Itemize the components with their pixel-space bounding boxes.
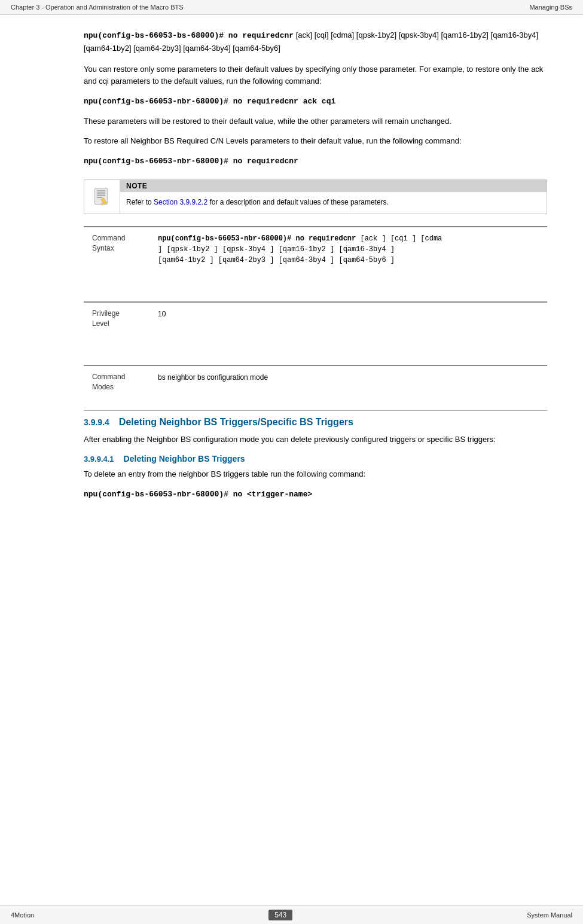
svg-rect-2 (97, 193, 105, 194)
command-syntax-table: CommandSyntax npu(config-bs-66053-nbr-68… (84, 226, 547, 272)
header-right: Managing BSs (529, 4, 572, 11)
command-modes-value: bs neighbor bs configuration mode (149, 365, 547, 398)
note-text-suffix: for a description and default values of … (207, 198, 389, 206)
para2: These parameters will be restored to the… (84, 115, 547, 128)
para1: You can restore only some parameters to … (84, 63, 547, 89)
command-modes-row: CommandModes bs neighbor bs configuratio… (84, 365, 547, 398)
section-39941-cmd-para: npu(config-bs-66053-nbr-68000)# no <trig… (84, 488, 547, 501)
section-39941-num: 3.9.9.4.1 (84, 455, 114, 463)
note-box: NOTE Refer to Section 3.9.9.2.2 for a de… (84, 179, 547, 214)
privilege-level-value: 10 (149, 302, 547, 335)
section-3994-num: 3.9.9.4 (84, 417, 109, 427)
command-modes-table: CommandModes bs neighbor bs configuratio… (84, 365, 547, 398)
svg-rect-3 (97, 195, 105, 196)
command-syntax-bold: npu(config-bs-66053-nbr-68000)# no requi… (158, 234, 356, 243)
header-left: Chapter 3 - Operation and Administration… (11, 4, 184, 11)
privilege-level-label: PrivilegeLevel (84, 302, 149, 335)
cmd-no-requiredcnr-para: npu(config-bs-66053-nbr-68000)# no requi… (84, 155, 547, 168)
svg-rect-1 (97, 191, 105, 192)
intro-command-bold: npu(config-bs-66053-bs-68000)# no requir… (84, 31, 294, 40)
note-text: Refer to Section 3.9.9.2.2 for a descrip… (120, 192, 547, 212)
main-content: npu(config-bs-66053-bs-68000)# no requir… (0, 15, 583, 523)
example-cmd: npu(config-bs-66053-nbr-68000)# no requi… (84, 97, 335, 106)
cmd-no-requiredcnr: npu(config-bs-66053-nbr-68000)# no requi… (84, 157, 298, 166)
para3: To restore all Neighbor BS Required C/N … (84, 135, 547, 148)
privilege-level-row: PrivilegeLevel 10 (84, 302, 547, 335)
note-icon-area (84, 180, 120, 214)
section-39941-para: To delete an entry from the neighbor BS … (84, 468, 547, 481)
privilege-level-table: PrivilegeLevel 10 (84, 301, 547, 335)
page-header: Chapter 3 - Operation and Administration… (0, 0, 583, 15)
page-footer: 4Motion 543 System Manual (0, 905, 583, 924)
section-39941-heading: 3.9.9.4.1 Deleting Neighbor BS Triggers (84, 454, 547, 463)
section-3994-title: Deleting Neighbor BS Triggers/Specific B… (119, 417, 353, 428)
svg-rect-4 (97, 197, 102, 198)
section-39941-cmd: npu(config-bs-66053-nbr-68000)# no <trig… (84, 490, 312, 499)
command-syntax-value: npu(config-bs-66053-nbr-68000)# no requi… (149, 227, 547, 272)
section-3994-para: After enabling the Neighbor BS configura… (84, 434, 547, 446)
section-39941-title: Deleting Neighbor BS Triggers (124, 454, 245, 463)
footer-left: 4Motion (11, 911, 34, 919)
intro-command-block: npu(config-bs-66053-bs-68000)# no requir… (84, 29, 547, 55)
note-text-prefix: Refer to (126, 198, 154, 206)
example-cmd-para: npu(config-bs-66053-nbr-68000)# no requi… (84, 95, 547, 108)
note-content: NOTE Refer to Section 3.9.9.2.2 for a de… (120, 180, 547, 214)
command-modes-label: CommandModes (84, 365, 149, 398)
note-header: NOTE (120, 180, 547, 192)
footer-right: System Manual (527, 911, 572, 919)
note-pencil-icon (91, 186, 113, 208)
section-3994-heading: 3.9.9.4 Deleting Neighbor BS Triggers/Sp… (84, 410, 547, 428)
command-syntax-label: CommandSyntax (84, 227, 149, 272)
command-syntax-row: CommandSyntax npu(config-bs-66053-nbr-68… (84, 227, 547, 272)
note-link[interactable]: Section 3.9.9.2.2 (154, 198, 207, 206)
page-number: 543 (268, 910, 292, 920)
